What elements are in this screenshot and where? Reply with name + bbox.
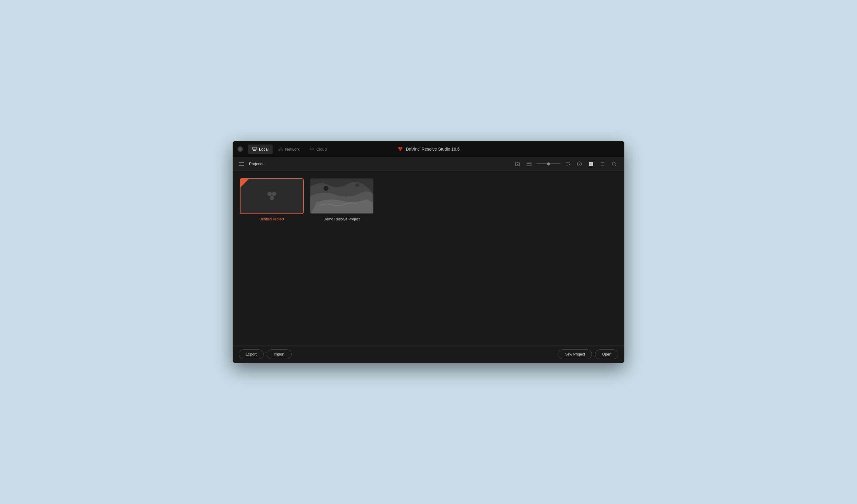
- svg-rect-2: [253, 150, 256, 151]
- svg-rect-25: [591, 164, 593, 166]
- project-name-untitled: Untitled Project: [259, 217, 284, 221]
- list-view-button[interactable]: [598, 160, 607, 168]
- bottom-bar: Export Import New Project Open: [233, 345, 624, 363]
- bottom-bar-left: Export Import: [239, 350, 291, 359]
- tab-local[interactable]: Local: [248, 145, 273, 154]
- app-logo-icon: [397, 146, 403, 152]
- svg-rect-22: [589, 162, 591, 164]
- cloud-icon: [309, 146, 314, 152]
- svg-rect-0: [253, 147, 256, 150]
- toolbar-actions: [513, 160, 618, 168]
- tab-local-label: Local: [259, 147, 268, 151]
- search-button[interactable]: [610, 160, 618, 168]
- svg-point-29: [612, 162, 615, 165]
- project-name-demo: Demo Resolve Project: [323, 217, 359, 221]
- panel-button[interactable]: [525, 160, 533, 168]
- close-button[interactable]: ×: [237, 146, 243, 152]
- svg-point-21: [579, 163, 580, 163]
- app-window: × Local: [233, 141, 624, 363]
- tab-cloud-label: Cloud: [316, 147, 327, 151]
- titlebar-tabs: Local Network: [248, 145, 331, 154]
- import-button[interactable]: Import: [267, 350, 291, 359]
- tab-cloud[interactable]: Cloud: [305, 145, 331, 154]
- svg-line-30: [615, 165, 616, 166]
- main-content: Untitled Project Demo Resolve Project: [233, 171, 624, 345]
- resolve-logo-icon: [265, 189, 279, 203]
- svg-line-7: [281, 148, 282, 149]
- network-icon: [278, 146, 283, 152]
- project-thumbnail-demo-image: [310, 179, 373, 214]
- svg-rect-23: [591, 162, 593, 164]
- sidebar-toggle-line: [239, 165, 244, 166]
- svg-point-3: [280, 147, 281, 148]
- red-flag-icon: [240, 179, 249, 187]
- sidebar-toggle-button[interactable]: [239, 161, 246, 167]
- svg-point-4: [279, 149, 280, 151]
- info-button[interactable]: [575, 160, 584, 168]
- project-thumbnail-demo[interactable]: [310, 178, 373, 214]
- project-thumb-inner: [240, 179, 303, 214]
- bottom-bar-right: New Project Open: [558, 350, 618, 359]
- tab-network[interactable]: Network: [274, 145, 304, 154]
- svg-point-33: [270, 196, 274, 200]
- svg-rect-24: [589, 164, 591, 166]
- svg-point-31: [267, 191, 272, 196]
- svg-rect-1: [254, 150, 255, 150]
- open-button[interactable]: Open: [595, 350, 618, 359]
- svg-point-32: [272, 191, 276, 196]
- sidebar-toggle-line: [239, 162, 244, 163]
- new-project-button[interactable]: New Project: [558, 350, 592, 359]
- project-item-demo[interactable]: Demo Resolve Project: [310, 178, 373, 221]
- project-item-untitled[interactable]: Untitled Project: [240, 178, 304, 221]
- projects-grid: Untitled Project Demo Resolve Project: [240, 178, 617, 221]
- slider-thumb[interactable]: [547, 163, 550, 166]
- project-thumbnail-untitled[interactable]: [240, 178, 304, 214]
- svg-line-6: [279, 148, 281, 149]
- svg-rect-13: [527, 162, 531, 166]
- new-folder-button[interactable]: [513, 160, 522, 168]
- app-title: DaVinci Resolve Studio 18.6: [397, 146, 459, 152]
- slider-track: [536, 163, 560, 164]
- export-button[interactable]: Export: [239, 350, 264, 359]
- svg-point-9: [400, 147, 402, 149]
- svg-point-8: [399, 147, 401, 149]
- svg-point-10: [399, 149, 402, 151]
- svg-point-5: [282, 149, 283, 151]
- app-title-text: DaVinci Resolve Studio 18.6: [406, 147, 459, 151]
- sidebar-toggle-line: [239, 164, 244, 164]
- tab-network-label: Network: [285, 147, 300, 151]
- close-icon: ×: [239, 147, 241, 151]
- zoom-slider[interactable]: [536, 163, 560, 164]
- breadcrumb: Projects: [249, 162, 263, 166]
- titlebar: × Local: [233, 141, 624, 157]
- sort-button[interactable]: [564, 160, 572, 168]
- local-icon: [252, 146, 257, 152]
- projects-area: Untitled Project Demo Resolve Project: [233, 171, 624, 345]
- grid-view-button[interactable]: [587, 160, 595, 168]
- toolbar: Projects: [233, 157, 624, 171]
